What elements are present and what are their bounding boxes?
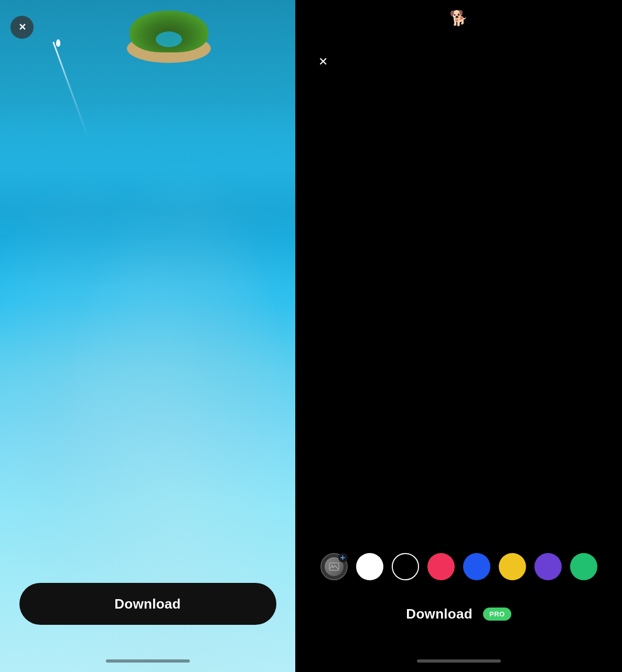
left-panel: ✕ Download [0,0,295,672]
ocean-background [0,0,295,672]
island-lagoon [156,31,182,47]
purple-color-swatch[interactable] [534,553,562,580]
pro-badge[interactable]: PRO [483,608,511,621]
download-label[interactable]: Download [406,606,473,622]
white-outline-color-swatch[interactable] [392,553,419,580]
white-color-swatch[interactable] [356,553,383,580]
island [116,5,221,63]
green-color-swatch[interactable] [570,553,597,580]
add-image-button[interactable] [320,553,348,580]
pink-color-swatch[interactable] [427,553,455,580]
right-panel: 🐕 ✕ Download PRO [295,0,622,672]
close-icon: ✕ [18,21,26,33]
blue-color-swatch[interactable] [463,553,490,580]
dog-emoji: 🐕 [449,9,468,27]
color-picker-row [295,553,622,580]
add-image-icon [325,557,344,576]
home-indicator [106,659,190,663]
boat [56,39,60,47]
home-indicator-right [417,659,501,663]
close-button-right[interactable]: ✕ [314,52,333,71]
close-icon-right: ✕ [318,55,328,69]
close-button[interactable]: ✕ [10,16,34,39]
download-row: Download PRO [295,606,622,622]
download-button-label: Download [114,596,181,612]
download-button[interactable]: Download [19,583,276,625]
yellow-color-swatch[interactable] [499,553,526,580]
